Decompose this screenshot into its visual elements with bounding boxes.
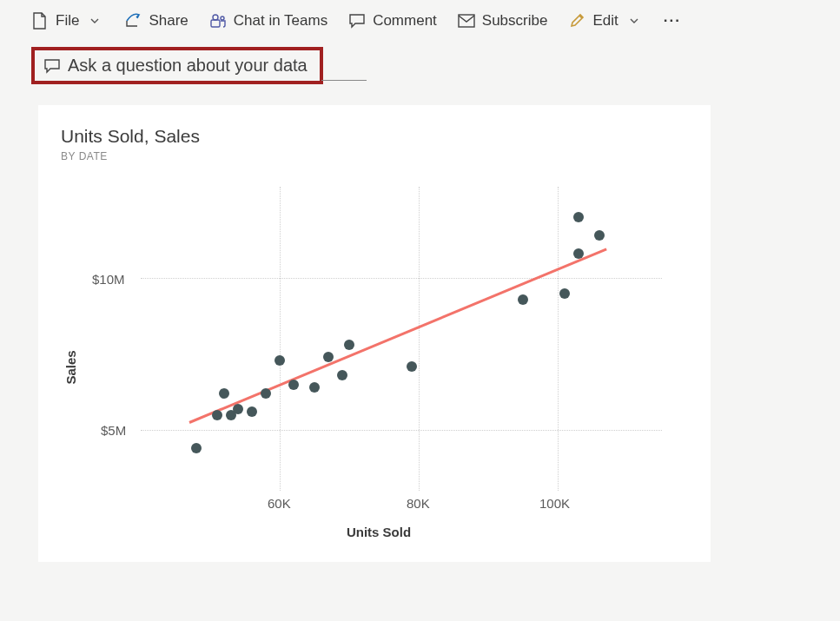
subscribe-label: Subscribe [482, 12, 548, 30]
share-icon [124, 12, 142, 30]
data-point [337, 370, 347, 380]
y-tick-5m: $5M [101, 423, 126, 438]
svg-point-0 [213, 15, 218, 20]
file-menu[interactable]: File [31, 12, 103, 30]
data-point [309, 382, 320, 393]
data-point [233, 404, 243, 414]
x-tick-60k: 60K [268, 496, 291, 511]
edit-label: Edit [592, 12, 618, 30]
comment-label: Comment [373, 12, 437, 30]
qa-row: Ask a question about your data [31, 47, 840, 84]
file-icon [31, 12, 49, 30]
chevron-down-icon [625, 12, 643, 30]
data-point [407, 361, 417, 372]
comment-button[interactable]: Comment [348, 12, 437, 30]
scatter-plot [141, 187, 662, 491]
share-button[interactable]: Share [124, 12, 188, 30]
data-point [191, 443, 202, 453]
teams-icon [209, 12, 227, 30]
data-point [274, 355, 285, 366]
y-axis-label: Sales [63, 350, 78, 384]
gridline-vertical [558, 187, 559, 491]
data-point [573, 248, 584, 259]
pencil-icon [568, 12, 585, 30]
chat-label: Chat in Teams [234, 12, 327, 30]
x-tick-80k: 80K [407, 496, 430, 511]
gridline-horizontal [141, 430, 662, 431]
x-tick-100k: 100K [539, 496, 570, 511]
data-point [323, 352, 334, 362]
data-point [344, 340, 354, 350]
share-label: Share [149, 12, 188, 30]
gridline-vertical [419, 187, 420, 491]
chart-title: Units Sold, Sales [61, 126, 697, 147]
data-point [573, 212, 584, 222]
qa-underline [321, 80, 367, 81]
data-point [247, 406, 257, 417]
chevron-down-icon [86, 12, 103, 30]
subscribe-button[interactable]: Subscribe [458, 12, 548, 30]
svg-point-1 [221, 17, 224, 20]
gridline-vertical [280, 187, 281, 491]
gridline-horizontal [141, 278, 662, 279]
data-point [212, 410, 222, 420]
y-tick-10m: $10M [92, 272, 125, 287]
x-axis-label: Units Sold [347, 525, 411, 539]
chart-subtitle: BY DATE [61, 150, 697, 162]
trend-line [189, 248, 606, 423]
chart-card: Units Sold, Sales BY DATE Sales Units So… [38, 105, 711, 562]
mail-icon [458, 12, 475, 30]
chart-area: Sales Units Sold $10M $5M 60K 80K 100K [83, 187, 674, 534]
file-label: File [56, 12, 79, 30]
data-point [219, 388, 229, 399]
data-point [288, 380, 299, 390]
data-point [559, 288, 570, 299]
qa-input-highlight: Ask a question about your data [31, 47, 323, 84]
data-point [261, 388, 271, 399]
more-options-button[interactable]: ··· [664, 12, 681, 30]
comment-icon [348, 12, 366, 30]
edit-menu[interactable]: Edit [568, 12, 642, 30]
svg-rect-2 [211, 20, 220, 27]
qa-input[interactable]: Ask a question about your data [68, 56, 308, 76]
data-point [518, 294, 528, 305]
top-toolbar: File Share Chat in Teams Comment Subscri… [0, 0, 840, 42]
chat-teams-button[interactable]: Chat in Teams [209, 12, 327, 30]
comment-icon [43, 57, 61, 75]
ellipsis-icon: ··· [664, 12, 681, 30]
data-point [594, 230, 605, 241]
svg-rect-3 [459, 15, 474, 27]
